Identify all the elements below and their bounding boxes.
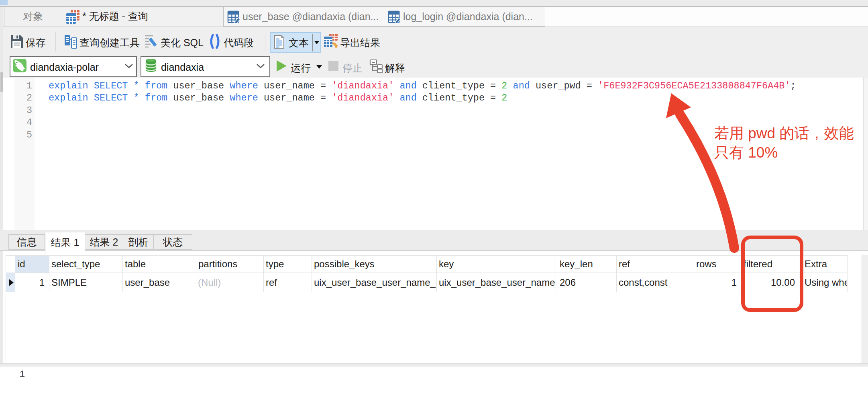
svg-text:若用 pwd 的话，效能: 若用 pwd 的话，效能 [714,125,854,141]
svg-text:只有 10%: 只有 10% [714,144,778,161]
